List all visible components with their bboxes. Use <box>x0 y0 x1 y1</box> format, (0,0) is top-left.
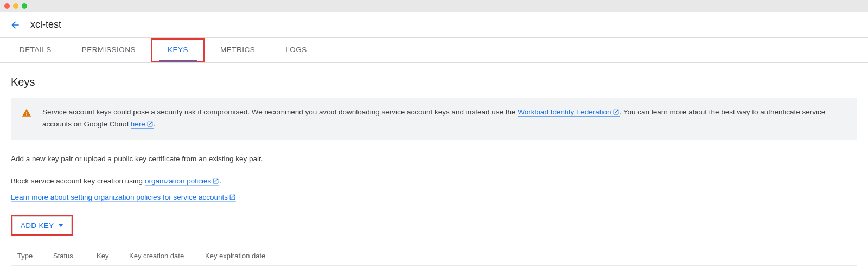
add-key-button-label: ADD KEY <box>21 221 54 230</box>
highlight-box-tab: KEYS <box>151 38 205 62</box>
workload-identity-link-text: Workload Identity Federation <box>518 108 611 116</box>
org-policies-link[interactable]: organization policies <box>145 177 219 186</box>
page-header: xcl-test <box>0 12 868 38</box>
col-status: Status <box>49 246 92 266</box>
highlight-box-add-key: ADD KEY <box>11 215 73 236</box>
col-type: Type <box>11 246 49 266</box>
info-text-part3: . <box>154 120 156 128</box>
tab-details[interactable]: DETAILS <box>11 38 60 62</box>
tab-logs[interactable]: LOGS <box>277 38 316 62</box>
external-link-icon <box>212 176 219 188</box>
external-link-icon <box>229 193 236 205</box>
learn-more-org-policies-link[interactable]: Learn more about setting organization po… <box>11 193 236 202</box>
back-arrow-icon[interactable] <box>9 18 22 31</box>
security-info-box: Service account keys could pose a securi… <box>11 98 857 140</box>
learn-more-link-text: Learn more about setting organization po… <box>11 193 228 201</box>
empty-row: No rows to display <box>11 266 857 274</box>
add-key-description: Add a new key pair or upload a public ke… <box>11 153 857 165</box>
block-suffix: . <box>219 177 221 185</box>
warning-icon <box>22 108 31 119</box>
auth-here-link[interactable]: here <box>131 120 154 129</box>
tab-metrics[interactable]: METRICS <box>212 38 264 62</box>
external-link-icon <box>612 108 620 119</box>
minimize-window-dot[interactable] <box>13 3 18 9</box>
window-titlebar <box>0 0 868 12</box>
info-text: Service account keys could pose a securi… <box>42 107 846 131</box>
learn-more-line: Learn more about setting organization po… <box>11 192 857 205</box>
page-title-breadcrumb: xcl-test <box>30 19 61 30</box>
section-title: Keys <box>11 76 857 88</box>
add-key-button[interactable]: ADD KEY <box>12 216 72 234</box>
col-expiration: Key expiration date <box>201 246 857 266</box>
tab-keys[interactable]: KEYS <box>159 40 197 61</box>
tabs-bar: DETAILS PERMISSIONS KEYS METRICS LOGS <box>0 38 868 63</box>
external-link-icon <box>146 120 154 131</box>
close-window-dot[interactable] <box>4 3 10 9</box>
auth-here-link-text: here <box>131 120 145 128</box>
dropdown-caret-icon <box>58 221 63 230</box>
block-prefix: Block service account key creation using <box>11 177 145 185</box>
tab-permissions[interactable]: PERMISSIONS <box>73 38 144 62</box>
workload-identity-link[interactable]: Workload Identity Federation <box>518 108 619 117</box>
empty-message: No rows to display <box>11 266 857 274</box>
info-text-part1: Service account keys could pose a securi… <box>42 108 518 116</box>
col-creation: Key creation date <box>125 246 201 266</box>
keys-table: Type Status Key Key creation date Key ex… <box>11 246 857 274</box>
org-policies-link-text: organization policies <box>145 177 211 185</box>
maximize-window-dot[interactable] <box>22 3 27 9</box>
content-area: Keys Service account keys could pose a s… <box>0 63 868 274</box>
block-creation-text: Block service account key creation using… <box>11 175 857 188</box>
col-key: Key <box>92 246 125 266</box>
